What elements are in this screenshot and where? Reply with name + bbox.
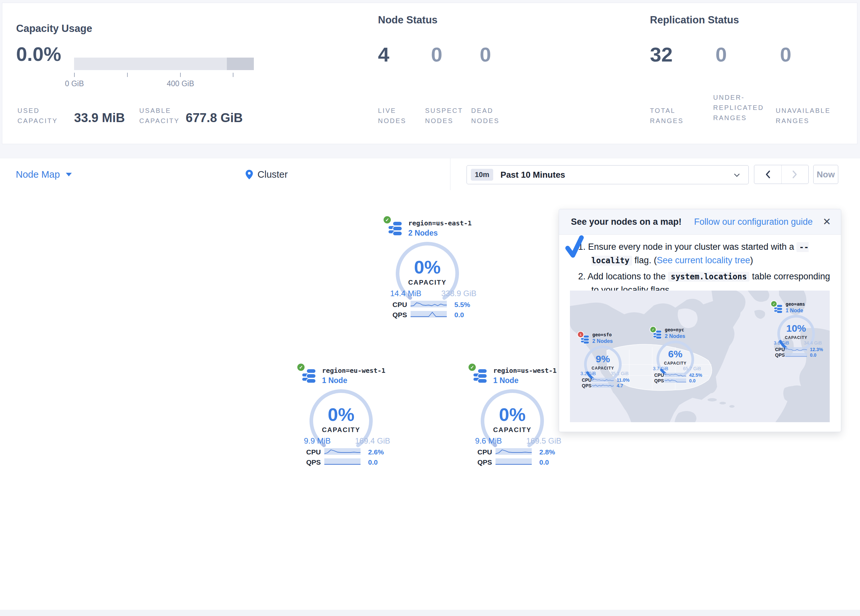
locality-node-group[interactable]: ✓ region=eu-west-11 Node0%CAPACITY9.9 Mi… — [296, 361, 394, 472]
cpu-metric-row: CPU2.8% — [467, 448, 566, 456]
capacity-caption: CAPACITY — [584, 366, 621, 370]
close-icon[interactable]: ✕ — [823, 216, 831, 227]
step-text: ) — [750, 255, 753, 265]
time-next-button[interactable] — [781, 165, 809, 183]
capacity-used-value: 9.9 MiB — [304, 436, 331, 445]
node-count-link[interactable]: 1 Node — [786, 308, 803, 313]
axis-tick — [180, 73, 181, 77]
locality-name: region=eu-west-1 — [322, 367, 386, 375]
now-button[interactable]: Now — [813, 165, 838, 184]
cpu-metric-row: CPU2.6% — [296, 448, 394, 456]
locality-node-group[interactable]: ✓ geo=nyc2 Nodes6%CAPACITY3.7 GiB65.7 Gi… — [648, 326, 708, 386]
capacity-total-value: 169.5 GiB — [526, 436, 561, 445]
capacity-total-value: 338.9 GiB — [441, 289, 476, 298]
healthy-check-icon: ✓ — [650, 326, 656, 333]
axis-tick — [127, 73, 128, 77]
capacity-total-value: 34.4 GiB — [804, 340, 822, 345]
capacity-percent: 0% — [396, 256, 459, 278]
node-map-canvas: ✓ region=us-east-12 Nodes0%CAPACITY14.4 … — [0, 190, 860, 610]
locality-name: geo=sfo — [592, 332, 612, 337]
step-text: Add locations to the — [588, 271, 669, 281]
healthy-check-icon: ✓ — [771, 301, 777, 307]
locality-node-group[interactable]: 1 geo=sfo2 Nodes9%CAPACITY3.2 GiB35.1 Gi… — [576, 331, 635, 391]
capacity-usage-bar — [74, 58, 254, 70]
locality-node-group[interactable]: ✓ region=us-east-12 Nodes0%CAPACITY14.4 … — [382, 214, 481, 324]
metric-value: 42.5% — [689, 373, 702, 378]
capacity-usage-title: Capacity Usage — [16, 23, 92, 34]
metric-value: 4.7 — [617, 383, 623, 388]
view-mode-label: Node Map — [16, 169, 60, 180]
time-range-label: Past 10 Minutes — [501, 170, 565, 180]
qps-sparkline — [664, 378, 686, 384]
breadcrumb[interactable]: Cluster — [246, 158, 288, 191]
toolbar-divider — [450, 158, 450, 191]
cpu-sparkline — [664, 373, 686, 378]
node-count-link[interactable]: 2 Nodes — [665, 333, 685, 339]
qps-sparkline — [324, 458, 361, 466]
breadcrumb-cluster-label: Cluster — [257, 169, 288, 180]
healthy-check-icon: ✓ — [296, 363, 306, 372]
step-number: 2. — [578, 271, 588, 281]
capacity-total-value: 35.1 GiB — [611, 371, 629, 376]
node-count-link[interactable]: 2 Nodes — [408, 229, 438, 238]
stat-value: 4 — [378, 44, 389, 65]
cpu-metric-row: CPU5.5% — [382, 301, 481, 309]
metric-label: CPU — [477, 448, 492, 456]
cpu-sparkline — [324, 448, 361, 456]
time-range-dropdown[interactable]: 10m Past 10 Minutes — [466, 165, 749, 184]
map-pin-icon — [246, 170, 253, 179]
metric-value: 0.0 — [810, 353, 816, 358]
stat-value: 0 — [716, 44, 727, 65]
capacity-values: 3.6 GiB34.4 GiB — [774, 340, 822, 345]
locality-name: region=us-east-1 — [408, 219, 472, 227]
configuration-guide-link[interactable]: Follow our configuration guide — [694, 217, 813, 227]
capacity-values: 3.7 GiB65.7 GiB — [653, 366, 701, 371]
popup-header: See your nodes on a map! Follow our conf… — [559, 209, 841, 235]
metric-value: 2.8% — [539, 448, 555, 456]
stat-value: 32 — [650, 44, 673, 65]
world-map: 1 geo=sfo2 Nodes9%CAPACITY3.2 GiB35.1 Gi… — [570, 290, 830, 422]
node-count-link[interactable]: 1 Node — [493, 376, 519, 385]
qps-sparkline — [785, 353, 807, 358]
qps-metric-row: QPS4.7 — [576, 383, 635, 391]
step-text: Ensure every node in your cluster was st… — [588, 242, 796, 252]
capacity-total-value: 65.7 GiB — [683, 366, 701, 371]
capacity-percent: 6% — [656, 348, 694, 360]
healthy-check-icon: ✓ — [383, 215, 392, 224]
popup-title: See your nodes on a map! — [571, 217, 681, 227]
metric-label: CPU — [582, 378, 592, 383]
qps-sparkline — [496, 458, 532, 466]
configuration-step: 1. Ensure every node in your cluster was… — [578, 240, 830, 267]
metric-value: 0.0 — [454, 311, 464, 319]
locality-name: geo=nyc — [665, 327, 684, 332]
capacity-bar-reserved-segment — [227, 58, 254, 70]
node-count-link[interactable]: 2 Nodes — [592, 338, 613, 344]
metric-value: 2.6% — [368, 448, 384, 456]
locality-tree-link[interactable]: See current locality tree — [657, 255, 750, 265]
capacity-used-value: 14.4 MiB — [390, 289, 421, 298]
locality-node-group[interactable]: ✓ region=us-west-11 Node0%CAPACITY9.6 Mi… — [467, 361, 566, 472]
time-prev-button[interactable] — [754, 165, 781, 183]
cpu-sparkline — [592, 378, 614, 383]
metric-value: 0.0 — [689, 378, 695, 383]
cluster-overview-page: Capacity Usage 0.0% 0 GiB 400 GiB USED C… — [0, 0, 860, 616]
capacity-percent: 10% — [777, 323, 815, 334]
capacity-values: 3.2 GiB35.1 GiB — [581, 371, 629, 376]
capacity-values: 9.6 MiB169.5 GiB — [475, 436, 561, 445]
stat-label: SUSPECT NODES — [425, 106, 474, 126]
metric-label: QPS — [582, 383, 592, 388]
qps-metric-row: QPS0.0 — [769, 353, 829, 361]
capacity-percent: 9% — [584, 353, 621, 365]
metric-label: QPS — [654, 378, 664, 383]
view-mode-dropdown[interactable]: Node Map — [16, 158, 72, 191]
locality-node-group[interactable]: ✓ geo=ams1 Node10%CAPACITY3.6 GiB34.4 Gi… — [769, 300, 829, 361]
node-count-link[interactable]: 1 Node — [322, 376, 347, 385]
cpu-sparkline — [785, 347, 807, 353]
capacity-used-value: 3.2 GiB — [581, 371, 596, 376]
cpu-sparkline — [496, 448, 532, 456]
capacity-used-value: 3.6 GiB — [774, 340, 789, 345]
nodes-on-map-popup: See your nodes on a map! Follow our conf… — [559, 209, 841, 432]
metric-label: QPS — [775, 353, 785, 358]
axis-tick — [233, 73, 234, 77]
metric-label: QPS — [392, 311, 407, 319]
